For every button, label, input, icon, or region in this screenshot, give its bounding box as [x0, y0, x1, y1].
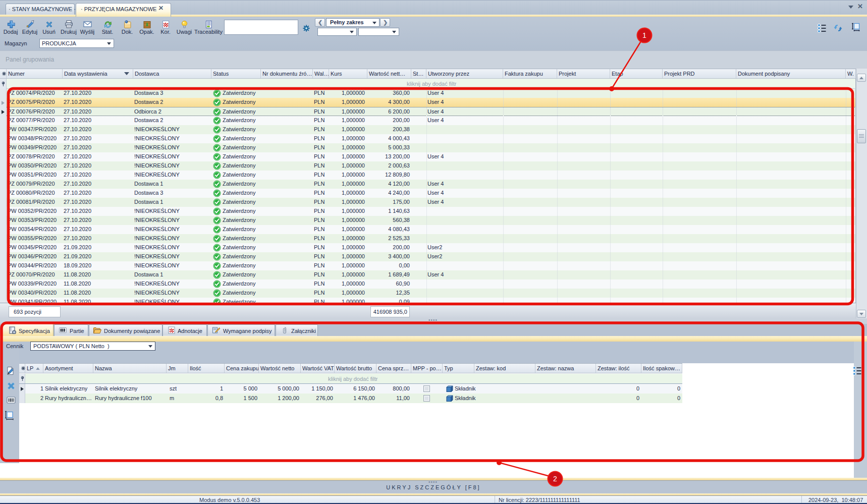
svg-text:1: 1 — [642, 31, 646, 39]
svg-text:2: 2 — [553, 475, 557, 483]
